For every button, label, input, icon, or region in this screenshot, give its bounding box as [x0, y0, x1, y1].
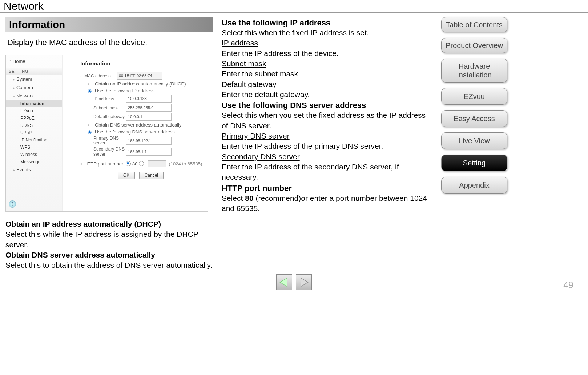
next-page-button[interactable] [296, 274, 312, 290]
left-text-block: Obtain an IP address automatically (DHCP… [5, 219, 213, 271]
ss-sub-ipnotif[interactable]: IP Notification [6, 136, 62, 144]
left-p2: Select this to obtain the address of DNS… [5, 260, 213, 270]
ss-sub-wireless[interactable]: Wireless [6, 151, 62, 158]
mid-p5: Select this when you set the fixed addre… [222, 110, 427, 131]
nav-ezvuu[interactable]: EZvuu [441, 88, 507, 105]
ss-menu-events-label: Events [16, 167, 31, 172]
info-subtitle: Display the MAC address of the device. [5, 36, 213, 49]
mid-u4: Primary DNS server [222, 131, 427, 141]
ss-dnsauto-label: Obtain DNS server address automatically [95, 122, 181, 128]
ss-http-radio-custom[interactable] [139, 161, 144, 166]
ss-http-custom-input[interactable] [148, 160, 166, 167]
ss-sub-information[interactable]: Information [6, 100, 62, 107]
triangle-right-icon [301, 278, 309, 287]
left-h1: Obtain an IP address automatically (DHCP… [5, 219, 213, 229]
mid-p4: Enter the default gateway. [222, 89, 427, 100]
ss-subnet-row: Subnet mask255.255.255.0 [80, 104, 204, 112]
page-footer: 49 [0, 274, 588, 300]
ss-http-label: HTTP port number [84, 161, 124, 167]
ss-home-link[interactable]: Home [6, 55, 62, 68]
right-nav-column: Table of Contents Product Overview Hardw… [432, 17, 511, 271]
mid-h3: HTTP port number [222, 184, 427, 193]
page-number: 49 [563, 280, 573, 290]
ss-dns2-input[interactable]: 168.95.1.1 [126, 148, 172, 156]
ss-button-row: OK Cancel [80, 173, 204, 178]
ss-ip-input[interactable]: 10.0.0.183 [126, 95, 172, 103]
prev-page-button[interactable] [276, 274, 292, 290]
mid-u3: Default gateway [222, 79, 427, 89]
ss-sub-upnp[interactable]: UPnP [6, 129, 62, 136]
nav-appendix[interactable]: Appendix [441, 177, 507, 194]
ss-menu-events[interactable]: Events [6, 165, 62, 174]
ss-dns2-label: Secondary DNS server [80, 147, 126, 156]
ss-gw-input[interactable]: 10.0.0.1 [126, 113, 172, 121]
pager [0, 274, 588, 290]
nav-live[interactable]: Live View [441, 132, 507, 149]
ss-sub-ddns[interactable]: DDNS [6, 122, 62, 129]
mid-p1: Select this when the fixed IP address is… [222, 28, 427, 38]
left-column: Information Display the MAC address of t… [5, 17, 222, 271]
ss-dnsauto-row[interactable]: ○Obtain DNS server address automatically [80, 122, 204, 128]
ss-dnsmanual-row[interactable]: ◉Use the following DNS server address [80, 129, 204, 135]
ss-main-heading: Information [80, 60, 204, 67]
left-p1: Select this while the IP address is assi… [5, 229, 213, 250]
ss-main-panel: Information MAC address 00:1B:FE:02:65:7… [62, 55, 208, 181]
nav-setting[interactable]: Setting [441, 155, 507, 171]
ss-menu-network-label: Network [16, 93, 34, 99]
ss-useip-label: Use the following IP address [95, 88, 155, 93]
ss-ip-row: IP address10.0.0.183 [80, 95, 204, 103]
middle-column: Use the following IP address Select this… [222, 17, 432, 271]
ss-mac-value: 00:1B:FE:02:65:74 [117, 72, 162, 80]
triangle-left-icon [279, 278, 287, 287]
ss-menu-camera[interactable]: Camera [6, 83, 62, 92]
nav-easy[interactable]: Easy Access [441, 110, 507, 127]
cancel-button[interactable]: Cancel [139, 172, 164, 179]
ss-dns1-label: Primary DNS server [80, 136, 126, 145]
ss-subnet-input[interactable]: 255.255.255.0 [126, 104, 172, 112]
mid-p8a: Select [222, 194, 245, 202]
ss-gw-label: Default gateway [80, 115, 126, 119]
nav-product[interactable]: Product Overview [441, 38, 507, 53]
mid-u5: Secondary DNS server [222, 152, 427, 162]
ss-menu-camera-label: Camera [16, 85, 33, 90]
ss-mac-row: MAC address 00:1B:FE:02:65:74 [80, 72, 204, 80]
ss-sub-pppoe[interactable]: PPPoE [6, 115, 62, 122]
ss-sub-messenger[interactable]: Messenger [6, 158, 62, 165]
ss-http-row: HTTP port number 80 (1024 to 65535) [80, 160, 204, 167]
ss-dhcp-row[interactable]: ○Obtain an IP address automatically (DHC… [80, 81, 204, 87]
ss-menu-system-label: System [16, 76, 32, 82]
ss-dhcp-label: Obtain an IP address automatically (DHCP… [95, 81, 186, 87]
nav-toc[interactable]: Table of Contents [441, 17, 507, 32]
ok-button[interactable]: OK [118, 172, 135, 179]
mid-p5a: Select this when you set [222, 111, 306, 119]
ss-gw-row: Default gateway10.0.0.1 [80, 113, 204, 121]
content-area: Information Display the MAC address of t… [0, 13, 588, 274]
nav-hardware[interactable]: Hardware Installation [441, 59, 507, 83]
mid-p5u: the fixed address [306, 111, 364, 119]
ss-ip-label: IP address [80, 96, 126, 101]
mid-p6: Enter the IP address of the primary DNS … [222, 141, 427, 151]
mid-p7: Enter the IP address of the secondary DN… [222, 162, 427, 183]
page-header: Network [0, 0, 588, 13]
ss-dns1-row: Primary DNS server168.95.192.1 [80, 136, 204, 145]
mid-p2: Enter the IP address of the device. [222, 48, 427, 59]
mid-p3: Enter the subnet mask. [222, 69, 427, 79]
mid-u2: Subnet mask [222, 59, 427, 69]
ss-sub-ezvuu[interactable]: EZvuu [6, 107, 62, 115]
ss-http-80-label: 80 [132, 161, 137, 167]
ss-http-radio-80[interactable] [126, 161, 131, 166]
header-rule [51, 6, 584, 7]
ss-section-head: SETTING [6, 68, 62, 75]
ss-sub-wps[interactable]: WPS [6, 144, 62, 151]
settings-screenshot: Home SETTING System Camera Network Infor… [5, 55, 208, 212]
ss-menu-system[interactable]: System [6, 75, 62, 83]
help-icon[interactable]: ? [9, 200, 16, 208]
ss-menu-network[interactable]: Network [6, 92, 62, 100]
page-title: Network [4, 0, 44, 12]
ss-useip-row[interactable]: ◉Use the following IP address [80, 88, 204, 93]
ss-dns1-input[interactable]: 168.95.192.1 [126, 137, 172, 145]
ss-mac-label: MAC address [84, 73, 117, 79]
mid-h1: Use the following IP address [222, 18, 427, 28]
mid-p8b: 80 [245, 194, 253, 202]
info-header: Information [5, 17, 213, 32]
